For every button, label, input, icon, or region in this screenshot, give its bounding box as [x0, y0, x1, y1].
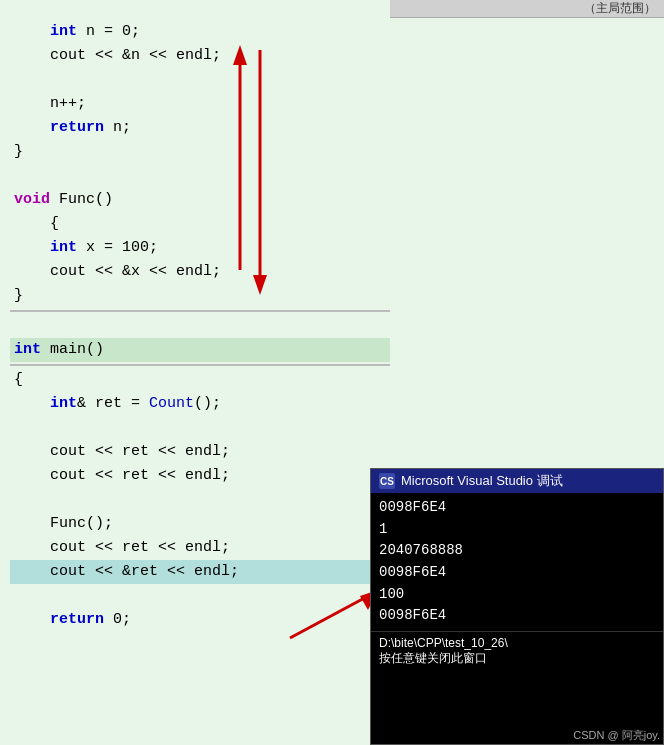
- code-line-18: cout << ret << endl;: [10, 440, 390, 464]
- code-line-9: {: [10, 212, 390, 236]
- top-bar: （主局范围）: [370, 0, 664, 18]
- console-footer: D:\bite\CPP\test_10_26\ 按任意键关闭此窗口: [371, 631, 663, 671]
- code-line-14: int main(): [10, 338, 390, 362]
- code-line-17: [10, 416, 390, 440]
- code-line-2: cout << &n << endl;: [10, 44, 390, 68]
- console-output: 0098F6E4 1 2040768888 0098F6E4 100 0098F…: [371, 493, 663, 631]
- console-line-6: 0098F6E4: [379, 605, 655, 627]
- sep-line-2: [10, 364, 390, 366]
- console-line-2: 1: [379, 519, 655, 541]
- code-line-25: return 0;: [10, 608, 390, 632]
- code-line-23: cout << &ret << endl;: [10, 560, 390, 584]
- watermark: CSDN @ 阿亮joy.: [573, 728, 660, 743]
- code-line-4: n++;: [10, 92, 390, 116]
- code-line-13: [10, 314, 390, 338]
- console-app-icon: CS: [379, 473, 395, 489]
- console-title-bar: CS Microsoft Visual Studio 调试: [371, 469, 663, 493]
- code-line-11: cout << &x << endl;: [10, 260, 390, 284]
- code-line-1: int n = 0;: [10, 20, 390, 44]
- editor-area: （主局范围） int n = 0; cout << &n << endl; n+…: [0, 0, 664, 745]
- code-line-16: int& ret = Count();: [10, 392, 390, 416]
- code-line-5: return n;: [10, 116, 390, 140]
- console-line-4: 0098F6E4: [379, 562, 655, 584]
- code-line-7: [10, 164, 390, 188]
- code-line-20: [10, 488, 390, 512]
- code-line-8: void Func(): [10, 188, 390, 212]
- console-path: D:\bite\CPP\test_10_26\: [379, 636, 655, 650]
- code-line-22: cout << ret << endl;: [10, 536, 390, 560]
- code-line-21: Func();: [10, 512, 390, 536]
- console-window: CS Microsoft Visual Studio 调试 0098F6E4 1…: [370, 468, 664, 745]
- code-line-15: {: [10, 368, 390, 392]
- console-title: Microsoft Visual Studio 调试: [401, 472, 563, 490]
- top-bar-label: （主局范围）: [584, 0, 656, 17]
- console-close-msg: 按任意键关闭此窗口: [379, 650, 655, 667]
- sep-line-1: [10, 310, 390, 312]
- console-line-1: 0098F6E4: [379, 497, 655, 519]
- code-line-6: }: [10, 140, 390, 164]
- console-line-5: 100: [379, 584, 655, 606]
- code-line-19: cout << ret << endl;: [10, 464, 390, 488]
- code-line-10: int x = 100;: [10, 236, 390, 260]
- code-editor: int n = 0; cout << &n << endl; n++; retu…: [0, 0, 390, 745]
- code-line-24: [10, 584, 390, 608]
- code-line-3: [10, 68, 390, 92]
- console-line-3: 2040768888: [379, 540, 655, 562]
- code-line-12: }: [10, 284, 390, 308]
